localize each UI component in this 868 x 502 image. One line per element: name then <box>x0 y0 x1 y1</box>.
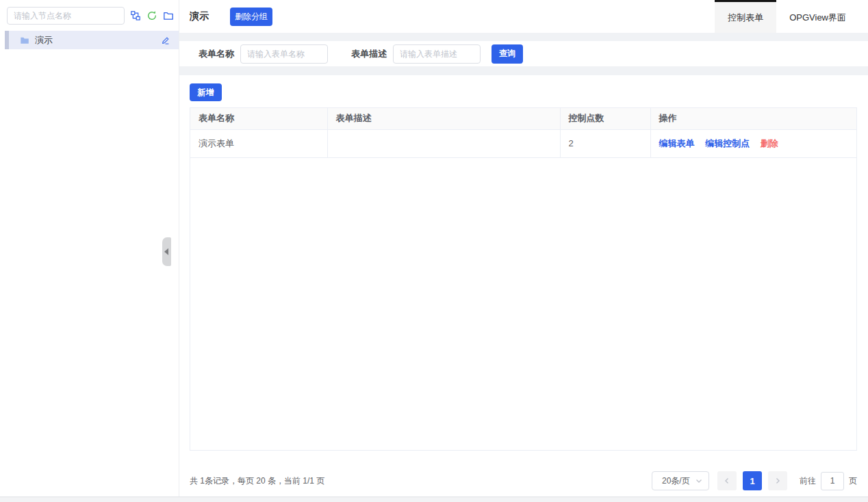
delete-link[interactable]: 删除 <box>761 138 778 148</box>
sidebar: 演示 <box>0 0 179 497</box>
group-title: 演示 <box>190 10 209 23</box>
edit-form-link[interactable]: 编辑表单 <box>659 138 695 148</box>
prev-page-button[interactable] <box>717 471 737 490</box>
col-form-desc: 表单描述 <box>327 108 560 129</box>
tab-bar: 控制表单 OPGView界面 <box>715 0 859 33</box>
folder-icon <box>20 36 29 45</box>
form-name-input[interactable] <box>240 44 328 64</box>
goto-label: 前往 <box>800 475 816 487</box>
app-window: 演示 演示 删除分组 控制表单 OPGView界面 <box>0 0 868 497</box>
cell-control-points: 2 <box>560 129 650 157</box>
col-control-points: 控制点数 <box>560 108 650 129</box>
cell-form-desc <box>327 129 560 157</box>
table-row: 演示表单 2 编辑表单 编辑控制点 删除 <box>190 129 856 157</box>
filter-bar: 表单名称 表单描述 查询 <box>179 41 868 66</box>
tree-node-label: 演示 <box>35 34 53 47</box>
add-button[interactable]: 新增 <box>190 83 222 101</box>
chevron-down-icon <box>695 477 703 485</box>
form-desc-label: 表单描述 <box>351 48 387 60</box>
chevron-right-icon <box>774 477 782 485</box>
page-number-button[interactable]: 1 <box>743 471 762 490</box>
topbar: 演示 删除分组 控制表单 OPGView界面 <box>179 0 868 33</box>
cell-actions: 编辑表单 编辑控制点 删除 <box>650 129 856 157</box>
edit-node-icon[interactable] <box>161 36 170 45</box>
refresh-icon[interactable] <box>146 10 157 22</box>
col-form-name: 表单名称 <box>190 108 327 129</box>
sidebar-collapse-handle[interactable] <box>162 237 171 266</box>
main-area: 演示 删除分组 控制表单 OPGView界面 表单名称 表单描述 查询 新增 <box>179 0 868 497</box>
tab-opgview[interactable]: OPGView界面 <box>776 0 859 33</box>
col-actions: 操作 <box>650 108 856 129</box>
goto-page-input[interactable] <box>821 472 844 490</box>
table-header-row: 表单名称 表单描述 控制点数 操作 <box>190 108 856 129</box>
form-name-label: 表单名称 <box>199 48 234 60</box>
chevron-left-icon <box>164 248 168 255</box>
page-size-value: 20条/页 <box>662 475 690 487</box>
next-page-button[interactable] <box>768 471 787 490</box>
page-unit-label: 页 <box>849 475 857 487</box>
content-panel: 新增 表单名称 表单描述 控制点数 操作 <box>179 75 868 497</box>
pager: 20条/页 1 <box>652 471 857 490</box>
tree-node-demo[interactable]: 演示 <box>5 31 179 49</box>
edit-control-points-link[interactable]: 编辑控制点 <box>705 138 750 148</box>
query-button[interactable]: 查询 <box>492 44 523 64</box>
sidebar-toolbar <box>0 0 179 25</box>
delete-group-button[interactable]: 删除分组 <box>230 8 272 26</box>
page-size-select[interactable]: 20条/页 <box>652 471 709 490</box>
tab-control-form[interactable]: 控制表单 <box>715 0 776 33</box>
folder-icon[interactable] <box>163 10 174 22</box>
forms-table: 表单名称 表单描述 控制点数 操作 演示表单 2 编辑表单 <box>190 107 857 451</box>
form-desc-input[interactable] <box>393 44 481 64</box>
chevron-left-icon <box>723 477 731 485</box>
node-search-input[interactable] <box>7 7 125 25</box>
tree-structure-icon[interactable] <box>130 10 141 22</box>
records-summary: 共 1条记录，每页 20 条，当前 1/1 页 <box>190 475 324 487</box>
pagination-bar: 共 1条记录，每页 20 条，当前 1/1 页 20条/页 <box>190 471 857 490</box>
cell-form-name: 演示表单 <box>190 129 327 157</box>
